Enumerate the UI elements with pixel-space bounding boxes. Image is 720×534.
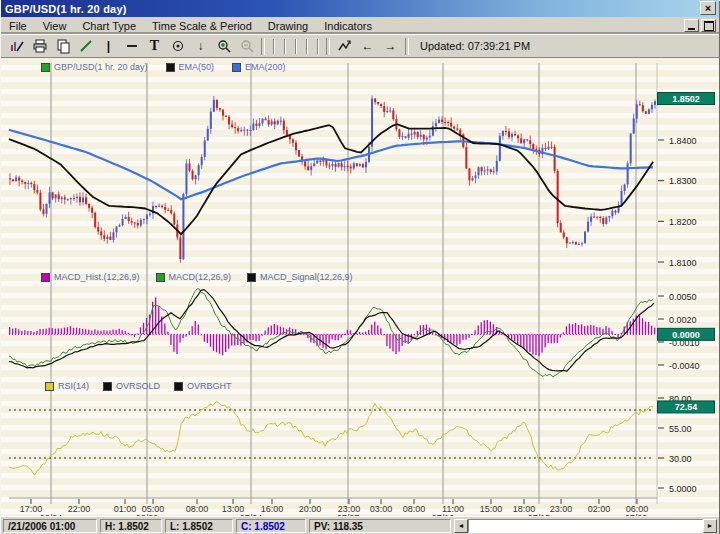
copy-icon (55, 38, 71, 54)
time-label: 01:00 (114, 504, 137, 514)
scroll-right-arrow-icon: ► (707, 522, 714, 529)
trendline-tool-icon[interactable] (74, 37, 97, 56)
toolbar-slot[interactable] (301, 37, 312, 56)
macd-legend-label: MACD_Signal(12,26,9) (260, 272, 353, 282)
ema200-line (9, 130, 653, 199)
chart-canvas[interactable]: 1.84001.83001.82001.81000.00500.0020-0.0… (1, 58, 719, 517)
restore-button[interactable] (701, 19, 716, 32)
title-bar[interactable]: GBP/USD(1 hr. 20 day) × (1, 0, 719, 17)
close-button[interactable]: × (700, 1, 716, 15)
macd-axis-tick-label: 0.0020 (669, 315, 697, 325)
status-high: H: 1.8502 (100, 519, 162, 533)
restore-icon (704, 21, 714, 31)
scroll-left-arrow-icon: ◄ (458, 522, 465, 529)
zoom-out-icon (239, 38, 255, 54)
macd-legend-label: MACD_Hist.(12,26,9) (54, 272, 140, 282)
toolbar-slot[interactable] (279, 37, 290, 56)
print-icon[interactable] (28, 37, 51, 56)
scroll-left-icon[interactable]: ← (356, 37, 379, 56)
chart-region[interactable]: 1.84001.83001.82001.81000.00500.0020-0.0… (1, 57, 719, 517)
scrollbar-track[interactable] (468, 519, 703, 533)
trendline-tool-icon (78, 38, 94, 54)
minimize-button[interactable] (684, 19, 699, 32)
macd-current-tag: 0.0000 (658, 328, 715, 340)
rsi-legend-item: OVRSOLD (103, 381, 160, 391)
updated-timestamp: Updated: 07:39:21 PM (420, 40, 530, 52)
menu-item-time-scale-period[interactable]: Time Scale & Period (144, 19, 260, 33)
macd-current-tag-label: 0.0000 (672, 330, 700, 340)
time-label: 08:00 (403, 504, 426, 514)
vertical-line-tool-icon: | (107, 39, 110, 53)
macd-legend-item: MACD_Signal(12,26,9) (247, 272, 353, 282)
rsi-legend-swatch-icon (45, 382, 54, 391)
rsi-legend-label: RSI(14) (58, 381, 89, 391)
price-legend-item: GBP/USD(1 hr. 20 day) (41, 62, 148, 72)
close-icon: × (705, 2, 711, 14)
toolbar-separator (405, 38, 409, 55)
line-studies-icon[interactable] (333, 37, 356, 56)
minimize-icon (688, 28, 695, 30)
menu-bar: File View Chart Type Time Scale & Period… (1, 17, 719, 34)
rsi-legend-label: OVRSOLD (116, 381, 160, 391)
menu-item-chart-type[interactable]: Chart Type (74, 19, 144, 33)
toolbar-slot[interactable] (290, 37, 301, 56)
status-close: C: 1.8502 (236, 519, 306, 533)
horizontal-line-tool-icon[interactable] (120, 37, 143, 56)
price-legend: GBP/USD(1 hr. 20 day)EMA(50)EMA(200) (41, 62, 286, 72)
time-label: 23:00 (550, 504, 573, 514)
menu-item-view[interactable]: View (35, 19, 75, 33)
rsi-legend: RSI(14)OVRSOLDOVRBGHT (45, 381, 232, 391)
scrollbar-left-button[interactable]: ◄ (454, 519, 468, 533)
price-legend-swatch-icon (232, 63, 241, 72)
chart-settings-icon[interactable] (5, 37, 28, 56)
time-label: 15:00 (480, 504, 503, 514)
candlestick-series (9, 95, 656, 262)
price-axis-tick-label: 1.8100 (669, 258, 697, 268)
price-current-tag: 1.8502 (658, 93, 715, 105)
macd-axis-tick-label: -0.0040 (669, 361, 700, 371)
rsi-legend-label: OVRBGHT (187, 381, 232, 391)
macd-legend-swatch-icon (156, 273, 165, 282)
rsi-current-tag-label: 72.54 (675, 402, 698, 412)
time-label: 22:00 (68, 504, 91, 514)
rsi-axis-tick-label: 5.0000 (669, 484, 697, 494)
text-tool-icon: T (150, 38, 159, 54)
zoom-out-icon[interactable] (235, 37, 258, 56)
toolbar-separator (326, 38, 330, 55)
toolbar-slot[interactable] (268, 37, 279, 56)
price-legend-item: EMA(200) (232, 62, 286, 72)
rsi-legend-swatch-icon (174, 382, 183, 391)
rsi-legend-item: OVRBGHT (174, 381, 232, 391)
macd-axis-tick-label: 0.0050 (669, 292, 697, 302)
macd-line (9, 289, 653, 377)
point-marker-tool-icon[interactable] (166, 37, 189, 56)
scroll-left-icon: ← (362, 39, 374, 53)
macd-legend-item: MACD_Hist.(12,26,9) (41, 272, 140, 282)
toolbar-slot[interactable] (312, 37, 323, 56)
time-label: 20:00 (299, 504, 322, 514)
price-axis-tick-label: 1.8200 (669, 217, 697, 227)
menu-item-indicators[interactable]: Indicators (316, 19, 380, 33)
vertical-line-tool-icon[interactable]: | (97, 37, 120, 56)
zoom-in-icon[interactable] (212, 37, 235, 56)
time-label: 16:00 (261, 504, 284, 514)
text-tool-icon[interactable]: T (143, 37, 166, 56)
print-icon (32, 38, 48, 54)
price-legend-label: EMA(50) (179, 62, 215, 72)
scrollbar-right-button[interactable]: ► (703, 519, 717, 533)
scroll-right-icon[interactable]: → (379, 37, 402, 56)
price-current-tag-label: 1.8502 (672, 94, 700, 104)
arrow-down-tool-icon[interactable]: ↓ (189, 37, 212, 56)
price-legend-label: EMA(200) (245, 62, 286, 72)
toolbar-separator (261, 38, 265, 55)
toolbar-icons: |T↓←→ (5, 37, 412, 56)
toolbar: |T↓←→ Updated: 07:39:21 PM (1, 34, 719, 57)
status-bar: /21/2006 01:00 H: 1.8502 L: 1.8502 C: 1.… (1, 516, 719, 534)
copy-icon[interactable] (51, 37, 74, 56)
ema50-line (9, 124, 653, 234)
menu-item-drawing[interactable]: Drawing (260, 19, 316, 33)
scroll-right-icon: → (385, 39, 397, 53)
status-datetime: /21/2006 01:00 (3, 519, 97, 533)
menu-item-file[interactable]: File (1, 19, 35, 33)
horizontal-line-tool-icon (124, 38, 140, 54)
